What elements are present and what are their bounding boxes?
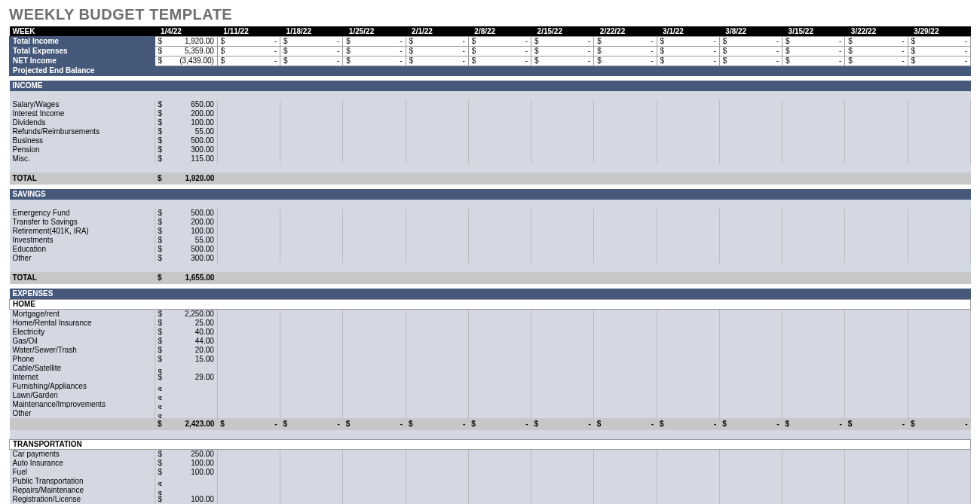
value-cell[interactable] xyxy=(719,154,782,163)
value-cell[interactable] xyxy=(657,154,719,163)
value-cell[interactable] xyxy=(280,459,343,468)
value-cell[interactable] xyxy=(531,391,594,400)
value-cell[interactable] xyxy=(782,459,845,468)
value-cell[interactable] xyxy=(406,328,468,337)
value-cell[interactable] xyxy=(280,319,343,328)
value-cell[interactable] xyxy=(406,236,468,245)
value-cell[interactable] xyxy=(657,477,719,486)
value-cell[interactable]: $- xyxy=(343,57,406,66)
value-cell[interactable] xyxy=(782,209,845,218)
value-cell[interactable] xyxy=(217,227,280,236)
value-cell[interactable] xyxy=(343,450,406,460)
value-cell[interactable]: $500.00 xyxy=(155,136,217,145)
value-cell[interactable] xyxy=(782,109,845,118)
value-cell[interactable]: $- xyxy=(406,47,468,57)
value-cell[interactable]: $500.00 xyxy=(155,209,217,218)
value-cell[interactable] xyxy=(908,310,970,319)
value-cell[interactable] xyxy=(217,373,280,382)
value-cell[interactable]: $100.00 xyxy=(155,227,217,236)
value-cell[interactable] xyxy=(280,355,343,364)
value-cell[interactable] xyxy=(280,364,343,373)
value-cell[interactable] xyxy=(468,310,531,319)
value-cell[interactable] xyxy=(657,218,719,227)
value-cell[interactable] xyxy=(908,254,970,263)
value-cell[interactable] xyxy=(468,209,531,218)
value-cell[interactable] xyxy=(657,173,719,185)
value-cell[interactable]: $100.00 xyxy=(155,495,217,504)
value-cell[interactable] xyxy=(594,227,657,236)
value-cell[interactable] xyxy=(217,495,280,504)
value-cell[interactable] xyxy=(782,400,845,409)
value-cell[interactable]: $115.00 xyxy=(155,154,217,163)
value-cell[interactable] xyxy=(217,109,280,118)
value-cell[interactable] xyxy=(908,373,970,382)
value-cell[interactable] xyxy=(719,145,782,154)
value-cell[interactable] xyxy=(343,373,406,382)
value-cell[interactable] xyxy=(468,382,531,391)
value-cell[interactable] xyxy=(217,100,280,109)
value-cell[interactable]: $ xyxy=(155,486,217,495)
value-cell[interactable] xyxy=(343,382,406,391)
value-cell[interactable] xyxy=(908,355,970,364)
value-cell[interactable] xyxy=(217,486,280,495)
value-cell[interactable] xyxy=(782,346,845,355)
value-cell[interactable] xyxy=(343,400,406,409)
value-cell[interactable] xyxy=(217,337,280,346)
value-cell[interactable]: $- xyxy=(468,47,531,57)
value-cell[interactable] xyxy=(468,245,531,254)
value-cell[interactable] xyxy=(280,450,343,460)
value-cell[interactable]: $5,359.00 xyxy=(155,47,217,57)
value-cell[interactable] xyxy=(406,337,468,346)
value-cell[interactable] xyxy=(845,346,908,355)
value-cell[interactable] xyxy=(657,346,719,355)
value-cell[interactable] xyxy=(217,400,280,409)
value-cell[interactable]: $300.00 xyxy=(155,254,217,263)
value-cell[interactable]: $- xyxy=(657,47,719,57)
value-cell[interactable] xyxy=(594,346,657,355)
value-cell[interactable] xyxy=(594,459,657,468)
value-cell[interactable] xyxy=(908,459,970,468)
value-cell[interactable] xyxy=(406,145,468,154)
value-cell[interactable] xyxy=(217,459,280,468)
value-cell[interactable] xyxy=(908,118,970,127)
value-cell[interactable]: $- xyxy=(845,418,908,430)
value-cell[interactable] xyxy=(280,468,343,477)
value-cell[interactable] xyxy=(657,272,719,284)
value-cell[interactable] xyxy=(908,486,970,495)
value-cell[interactable] xyxy=(782,218,845,227)
value-cell[interactable] xyxy=(343,486,406,495)
value-cell[interactable] xyxy=(594,100,657,109)
value-cell[interactable] xyxy=(280,272,343,284)
value-cell[interactable]: $- xyxy=(343,47,406,57)
value-cell[interactable] xyxy=(468,477,531,486)
value-cell[interactable] xyxy=(468,272,531,284)
value-cell[interactable]: $- xyxy=(280,47,343,57)
value-cell[interactable] xyxy=(217,468,280,477)
value-cell[interactable]: $200.00 xyxy=(155,218,217,227)
value-cell[interactable] xyxy=(217,173,280,185)
value-cell[interactable]: $- xyxy=(468,418,531,430)
value-cell[interactable] xyxy=(280,495,343,504)
value-cell[interactable] xyxy=(657,109,719,118)
value-cell[interactable] xyxy=(280,391,343,400)
value-cell[interactable]: $- xyxy=(280,57,343,66)
value-cell[interactable]: $44.00 xyxy=(155,337,217,346)
value-cell[interactable] xyxy=(343,127,406,136)
value-cell[interactable] xyxy=(594,145,657,154)
value-cell[interactable] xyxy=(594,391,657,400)
value-cell[interactable] xyxy=(406,400,468,409)
value-cell[interactable] xyxy=(845,364,908,373)
value-cell[interactable] xyxy=(217,218,280,227)
value-cell[interactable] xyxy=(343,459,406,468)
value-cell[interactable] xyxy=(719,495,782,504)
value-cell[interactable] xyxy=(594,127,657,136)
value-cell[interactable] xyxy=(908,337,970,346)
value-cell[interactable] xyxy=(406,127,468,136)
value-cell[interactable] xyxy=(280,337,343,346)
value-cell[interactable] xyxy=(719,109,782,118)
value-cell[interactable] xyxy=(845,100,908,109)
value-cell[interactable] xyxy=(468,227,531,236)
value-cell[interactable]: $- xyxy=(719,37,782,47)
value-cell[interactable] xyxy=(845,245,908,254)
value-cell[interactable]: $- xyxy=(531,57,594,66)
